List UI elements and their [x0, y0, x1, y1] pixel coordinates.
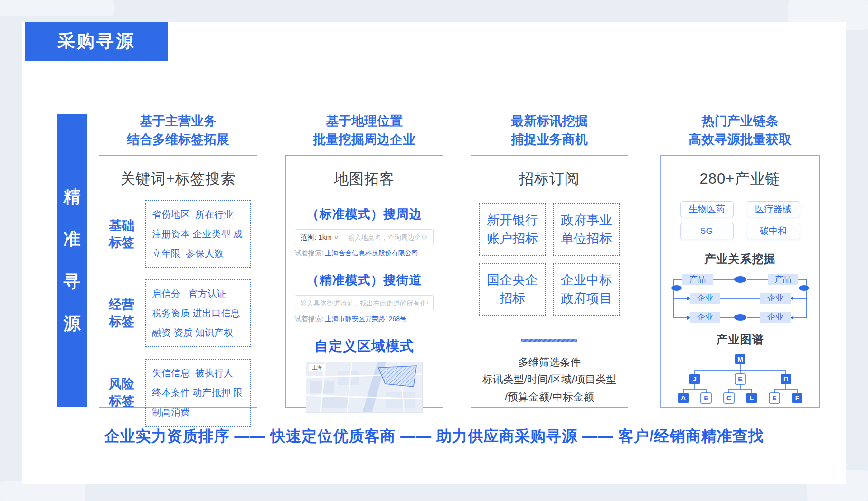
- card-keyword-tag-search: 关键词+标签搜索 基础 标签 省份地区 所在行业 注册资本 企业类型 成 立年限…: [99, 155, 257, 408]
- industry-chip-grid: 生物医药 医疗器械 5G 碳中和: [661, 201, 819, 239]
- place-search-input[interactable]: [343, 233, 433, 241]
- bg-decoration: [0, 0, 114, 16]
- basic-tags-label: 基础 标签: [104, 217, 139, 250]
- bid-box-won-projects: 企业中标 政府项目: [553, 263, 620, 316]
- column4-header: 热门产业链条 高效寻源批量获取: [660, 112, 820, 149]
- relation-company-box: 企业: [767, 294, 783, 303]
- range-select[interactable]: 范围: 1km ∨: [295, 230, 343, 245]
- page-title-text: 采购寻源: [57, 29, 135, 53]
- column1-header: 基于主营业务 结合多维标签拓展: [99, 112, 257, 149]
- try-search-address-link[interactable]: 上海市静安区万荣路1268号: [325, 315, 406, 323]
- graph-svg: M J E Π A E C L E: [673, 353, 808, 406]
- graph-mid-node: E: [738, 375, 742, 383]
- relation-svg: 产品 企业 企业 产品 企业 企业: [669, 272, 811, 325]
- card-industry-chain: 280+产业链 生物医药 医疗器械 5G 碳中和 产业关系挖掘: [660, 155, 820, 408]
- try-search-company-link[interactable]: 上海合合信息科技股份有限公司: [325, 249, 418, 257]
- bid-box-government: 政府事业 单位招标: [553, 203, 620, 256]
- industry-relation-diagram: 产品 企业 企业 产品 企业 企业: [661, 272, 819, 325]
- sidebar-char: 寻: [64, 270, 81, 293]
- card-map-prospecting: 地图拓客 （标准模式）搜周边 范围: 1km ∨ 试着搜索: 上海合合信息科技股…: [285, 155, 443, 408]
- chip-medical-devices[interactable]: 医疗器械: [747, 201, 800, 217]
- filter-conditions: 多维筛选条件 标讯类型/时间/区域/项目类型 /预算金额/中标金额: [471, 354, 628, 406]
- column2-header: 基于地理位置 批量挖掘周边企业: [285, 112, 443, 149]
- chip-carbon-neutral[interactable]: 碳中和: [747, 223, 800, 239]
- bid-grid: 新开银行 账户招标 政府事业 单位招标 国企央企 招标 企业中标 政府项目: [471, 203, 628, 316]
- map-preview: 上海: [306, 362, 423, 413]
- custom-mode-title: 自定义区域模式: [286, 337, 443, 356]
- footer-tagline: 企业实力资质排序 —— 快速定位优质客商 —— 助力供应商采购寻源 —— 客户/…: [0, 426, 868, 447]
- street-search-input[interactable]: [295, 295, 434, 311]
- graph-leaf-node: E: [772, 394, 776, 402]
- graph-mid-node: J: [693, 375, 697, 383]
- map-region-label: 上海: [312, 365, 322, 370]
- relation-company-box: 企业: [697, 294, 713, 303]
- divider: [521, 339, 577, 342]
- business-tags-box: 启信分 官方认证 税务资质 进出口信息 融资 资质 知识产权: [145, 279, 251, 347]
- relation-title: 产业关系挖掘: [661, 251, 819, 267]
- precise-mode-title: （精准模式）搜街道: [286, 272, 443, 288]
- try-search-label: 试着搜索:: [295, 249, 323, 257]
- relation-company-box: 企业: [697, 313, 713, 322]
- graph-mid-node: Π: [783, 375, 788, 383]
- risk-tags-label: 风险 标签: [104, 376, 139, 409]
- card-bid-subscription: 招标订阅 新开银行 账户招标 政府事业 单位招标 国企央企 招标 企业中标 政府…: [471, 155, 628, 408]
- risk-tags-row: 风险 标签 失信信息 被执行人 终本案件 动产抵押 限 制高消费: [104, 359, 251, 427]
- nearby-search-bar: 范围: 1km ∨: [295, 229, 434, 245]
- graph-root-node: M: [737, 355, 743, 363]
- chip-5g[interactable]: 5G: [680, 223, 734, 239]
- graph-leaf-node: C: [726, 394, 731, 402]
- column3-header: 最新标讯挖掘 捕捉业务商机: [471, 112, 628, 149]
- basic-tags-box: 省份地区 所在行业 注册资本 企业类型 成 立年限 参保人数: [145, 200, 251, 268]
- risk-tags-box: 失信信息 被执行人 终本案件 动产抵押 限 制高消费: [145, 359, 251, 427]
- page-title: 采购寻源: [25, 22, 168, 61]
- graph-leaf-node: A: [680, 394, 685, 402]
- relation-product-box: 产品: [775, 275, 791, 284]
- graph-leaf-node: E: [704, 394, 708, 402]
- sidebar-char: 源: [64, 312, 81, 335]
- infographic-stage: 采购寻源 精 准 寻 源 基于主营业务 结合多维标签拓展 基于地理位置 批量挖掘…: [0, 0, 868, 501]
- relation-product-box: 产品: [689, 275, 706, 284]
- business-tags-row: 经营 标签 启信分 官方认证 税务资质 进出口信息 融资 资质 知识产权: [104, 279, 251, 347]
- range-label: 范围: 1km: [300, 233, 332, 242]
- try-search-label: 试着搜索:: [295, 315, 323, 323]
- basic-tags-row: 基础 标签 省份地区 所在行业 注册资本 企业类型 成 立年限 参保人数: [104, 200, 251, 268]
- industry-graph-diagram: M J E Π A E C L E: [661, 353, 819, 406]
- sidebar-char: 精: [64, 186, 81, 209]
- card4-title: 280+产业链: [661, 169, 819, 189]
- graph-leaf-node: F: [795, 394, 799, 402]
- bid-box-state-owned: 国企央企 招标: [479, 263, 546, 316]
- standard-try-search: 试着搜索: 上海合合信息科技股份有限公司: [295, 249, 434, 258]
- bid-box-bank: 新开银行 账户招标: [479, 203, 546, 256]
- graph-leaf-node: L: [749, 394, 754, 402]
- precise-try-search: 试着搜索: 上海市静安区万荣路1268号: [295, 315, 434, 324]
- card1-title: 关键词+标签搜索: [99, 169, 257, 189]
- graph-title: 产业图谱: [661, 332, 819, 347]
- chip-biomedicine[interactable]: 生物医药: [680, 201, 734, 217]
- card3-title: 招标订阅: [471, 169, 628, 189]
- map-image: 上海: [306, 362, 422, 412]
- standard-mode-title: （标准模式）搜周边: [286, 206, 443, 223]
- sidebar-precise-sourcing: 精 准 寻 源: [57, 114, 87, 407]
- relation-company-box: 企业: [767, 313, 783, 322]
- card2-title: 地图拓客: [286, 169, 443, 189]
- chevron-down-icon: ∨: [333, 234, 339, 241]
- business-tags-label: 经营 标签: [104, 297, 139, 330]
- sidebar-char: 准: [64, 228, 81, 251]
